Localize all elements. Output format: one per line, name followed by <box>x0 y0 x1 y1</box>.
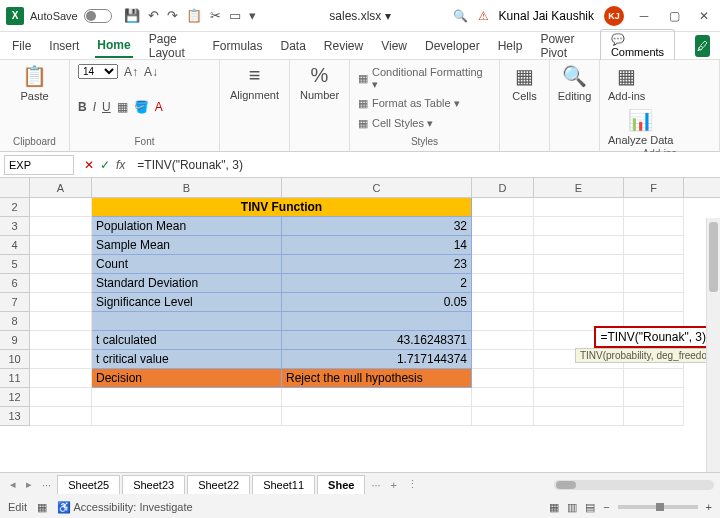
cell[interactable] <box>624 388 684 407</box>
nav-more-icon[interactable]: ··· <box>38 479 55 491</box>
tab-insert[interactable]: Insert <box>47 35 81 57</box>
avatar[interactable]: KJ <box>604 6 624 26</box>
cell[interactable] <box>472 217 534 236</box>
view-break-icon[interactable]: ▤ <box>585 501 595 514</box>
cell[interactable] <box>472 331 534 350</box>
sheet-tab[interactable]: Sheet25 <box>57 475 120 494</box>
tab-page-layout[interactable]: Page Layout <box>147 28 197 64</box>
conditional-formatting-button[interactable]: ▦Conditional Formatting ▾ <box>358 64 491 93</box>
macro-icon[interactable]: ▦ <box>37 501 47 514</box>
cell-b11[interactable]: Decision <box>92 369 282 388</box>
redo-icon[interactable]: ↷ <box>167 8 178 23</box>
cell[interactable] <box>624 217 684 236</box>
cell[interactable] <box>472 388 534 407</box>
enter-formula-icon[interactable]: ✓ <box>100 158 110 172</box>
cell[interactable] <box>282 388 472 407</box>
cell-c3[interactable]: 32 <box>282 217 472 236</box>
col-header-f[interactable]: F <box>624 178 684 197</box>
filename[interactable]: sales.xlsx ▾ <box>329 9 390 23</box>
font-size-select[interactable]: 14 <box>78 64 118 79</box>
select-all-corner[interactable] <box>0 178 30 197</box>
cell[interactable] <box>534 293 624 312</box>
cell[interactable] <box>30 236 92 255</box>
cell[interactable] <box>534 388 624 407</box>
row-header[interactable]: 7 <box>0 293 30 312</box>
name-box[interactable]: EXP <box>4 155 74 175</box>
tabs-menu-icon[interactable]: ⋮ <box>403 478 422 491</box>
cell[interactable] <box>92 388 282 407</box>
cell[interactable] <box>472 198 534 217</box>
row-header[interactable]: 8 <box>0 312 30 331</box>
tab-home[interactable]: Home <box>95 34 132 58</box>
zoom-out-icon[interactable]: − <box>603 501 609 513</box>
cell[interactable] <box>30 350 92 369</box>
row-header[interactable]: 3 <box>0 217 30 236</box>
horizontal-scrollbar[interactable] <box>554 480 714 490</box>
tab-file[interactable]: File <box>10 35 33 57</box>
view-page-icon[interactable]: ▥ <box>567 501 577 514</box>
cell[interactable] <box>472 407 534 426</box>
cell[interactable] <box>30 312 92 331</box>
tab-view[interactable]: View <box>379 35 409 57</box>
cell-b7[interactable]: Significance Level <box>92 293 282 312</box>
cell[interactable] <box>282 312 472 331</box>
number-button[interactable]: %Number <box>298 64 341 101</box>
search-icon[interactable]: 🔍 <box>453 9 468 23</box>
cell[interactable] <box>624 198 684 217</box>
cell[interactable] <box>472 312 534 331</box>
col-header-d[interactable]: D <box>472 178 534 197</box>
formula-input[interactable]: =TINV("Rounak", 3) <box>131 158 720 172</box>
col-header-a[interactable]: A <box>30 178 92 197</box>
tab-developer[interactable]: Developer <box>423 35 482 57</box>
tabs-overflow-icon[interactable]: ··· <box>367 479 384 491</box>
paste-button[interactable]: 📋Paste <box>8 64 61 102</box>
bold-button[interactable]: B <box>78 100 87 114</box>
accessibility-status[interactable]: ♿ Accessibility: Investigate <box>57 501 193 514</box>
tab-power-pivot[interactable]: Power Pivot <box>538 28 585 64</box>
row-header[interactable]: 5 <box>0 255 30 274</box>
cell[interactable] <box>282 407 472 426</box>
editing-button[interactable]: 🔍Editing <box>558 64 591 102</box>
cell[interactable] <box>30 255 92 274</box>
alignment-button[interactable]: ≡Alignment <box>228 64 281 101</box>
sheet-tab-active[interactable]: Shee <box>317 475 365 494</box>
underline-button[interactable]: U <box>102 100 111 114</box>
cell-c9[interactable]: 43.16248371 <box>282 331 472 350</box>
decrease-font-icon[interactable]: A↓ <box>144 65 158 79</box>
cell-b9[interactable]: t calculated <box>92 331 282 350</box>
tab-help[interactable]: Help <box>496 35 525 57</box>
cut-icon[interactable]: ✂ <box>210 8 221 23</box>
warning-icon[interactable]: ⚠ <box>478 9 489 23</box>
cell[interactable] <box>472 274 534 293</box>
undo-icon[interactable]: ↶ <box>148 8 159 23</box>
cell-b3[interactable]: Population Mean <box>92 217 282 236</box>
cell[interactable] <box>534 407 624 426</box>
sheet-tab[interactable]: Sheet23 <box>122 475 185 494</box>
col-header-e[interactable]: E <box>534 178 624 197</box>
cell[interactable] <box>534 198 624 217</box>
active-cell-overlay[interactable]: =TINV("Rounak", 3) <box>594 326 712 348</box>
row-header[interactable]: 10 <box>0 350 30 369</box>
new-icon[interactable]: ▭ <box>229 8 241 23</box>
close-button[interactable]: ✕ <box>694 6 714 26</box>
cell[interactable] <box>534 236 624 255</box>
cell[interactable] <box>472 255 534 274</box>
view-normal-icon[interactable]: ▦ <box>549 501 559 514</box>
scrollbar-thumb[interactable] <box>556 481 576 489</box>
cell-c7[interactable]: 0.05 <box>282 293 472 312</box>
cell-b5[interactable]: Count <box>92 255 282 274</box>
cell-b6[interactable]: Standard Deviation <box>92 274 282 293</box>
cell-c5[interactable]: 23 <box>282 255 472 274</box>
cell[interactable] <box>534 369 624 388</box>
row-header[interactable]: 13 <box>0 407 30 426</box>
row-header[interactable]: 12 <box>0 388 30 407</box>
italic-button[interactable]: I <box>93 100 96 114</box>
cell[interactable] <box>472 350 534 369</box>
vertical-scrollbar[interactable] <box>706 218 720 472</box>
qat-dropdown-icon[interactable]: ▾ <box>249 8 256 23</box>
sheet-tab[interactable]: Sheet22 <box>187 475 250 494</box>
row-header[interactable]: 2 <box>0 198 30 217</box>
cells-button[interactable]: ▦Cells <box>508 64 541 102</box>
cell-styles-button[interactable]: ▦Cell Styles ▾ <box>358 115 491 132</box>
row-header[interactable]: 11 <box>0 369 30 388</box>
